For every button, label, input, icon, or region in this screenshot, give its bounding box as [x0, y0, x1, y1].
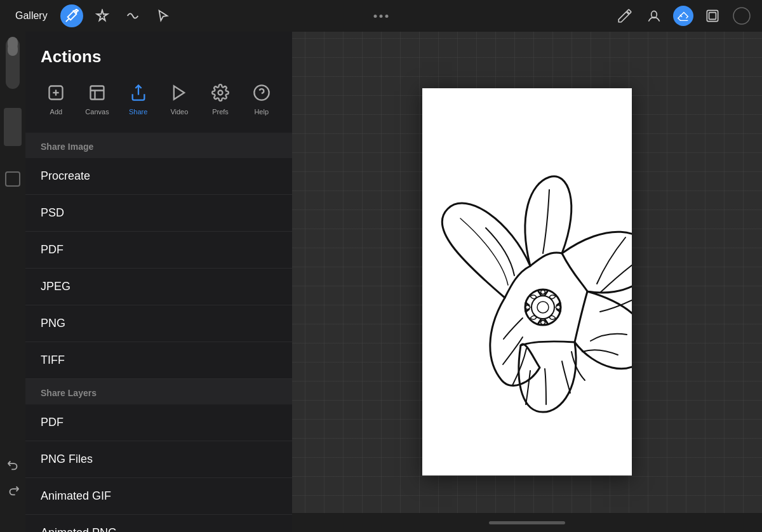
svg-rect-3 — [709, 13, 716, 20]
svg-marker-9 — [174, 86, 184, 100]
modifier-button[interactable] — [5, 171, 20, 187]
svg-point-4 — [733, 8, 750, 24]
select-icon[interactable] — [152, 4, 175, 27]
canvas-tab-label: Canvas — [85, 108, 109, 116]
action-tabs: Add Canvas Share — [25, 77, 292, 133]
share-pdf-image[interactable]: PDF — [25, 232, 292, 269]
sidebar-title: Actions — [25, 32, 292, 77]
smudge-tool-icon[interactable] — [644, 6, 664, 26]
layers-tool-icon[interactable] — [702, 6, 723, 26]
tab-help[interactable]: Help — [241, 77, 282, 123]
gallery-button[interactable]: Gallery — [10, 8, 53, 24]
svg-point-15 — [537, 302, 549, 313]
svg-line-16 — [526, 303, 529, 305]
toolbar-left: Gallery — [10, 4, 175, 27]
share-layers-pdf[interactable]: PDF — [25, 404, 292, 441]
share-animated-png[interactable]: Animated PNG — [25, 515, 292, 532]
share-animated-gif[interactable]: Animated GIF — [25, 478, 292, 515]
video-tab-icon — [170, 84, 188, 105]
share-image-header: Share Image — [25, 133, 292, 158]
svg-line-18 — [557, 303, 560, 305]
bottom-bar — [292, 513, 762, 532]
drawing-canvas[interactable] — [422, 88, 632, 475]
svg-line-19 — [557, 309, 560, 312]
add-tab-icon — [47, 84, 65, 105]
tab-prefs[interactable]: Prefs — [200, 77, 241, 123]
add-tab-label: Add — [50, 108, 63, 116]
left-panel — [0, 32, 25, 532]
share-tab-icon — [130, 84, 147, 105]
prefs-tab-icon — [211, 84, 229, 105]
canvas-tab-icon — [88, 84, 106, 105]
help-tab-label: Help — [254, 108, 269, 116]
transform-icon[interactable] — [121, 4, 144, 27]
svg-line-0 — [66, 18, 70, 22]
help-tab-icon — [253, 84, 271, 105]
toolbar-right — [615, 6, 752, 26]
share-layers-header: Share Layers — [25, 379, 292, 404]
tab-add[interactable]: Add — [36, 77, 77, 123]
share-png-files[interactable]: PNG Files — [25, 441, 292, 478]
top-toolbar: Gallery — [0, 0, 762, 32]
actions-panel: Actions Add Canvas — [25, 32, 292, 532]
svg-rect-8 — [91, 86, 104, 100]
svg-point-10 — [218, 91, 223, 95]
share-jpeg[interactable]: JPEG — [25, 269, 292, 305]
video-tab-label: Video — [170, 108, 188, 116]
undo-redo-group — [3, 455, 23, 500]
magic-wand-icon[interactable] — [60, 4, 83, 27]
toolbar-center-dots[interactable] — [374, 15, 389, 18]
svg-line-17 — [526, 309, 529, 312]
tab-video[interactable]: Video — [159, 77, 200, 123]
redo-button[interactable] — [3, 480, 23, 500]
color-picker-icon[interactable] — [732, 6, 752, 26]
brush-tool-icon[interactable] — [615, 6, 635, 26]
prefs-tab-label: Prefs — [212, 108, 229, 116]
svg-point-14 — [531, 296, 554, 319]
canvas-area[interactable] — [292, 32, 762, 532]
share-png[interactable]: PNG — [25, 305, 292, 342]
eraser-tool-icon[interactable] — [673, 6, 693, 26]
flower-drawing — [422, 171, 632, 437]
bottom-handle — [489, 521, 565, 524]
share-procreate[interactable]: Procreate — [25, 158, 292, 195]
tab-canvas[interactable]: Canvas — [77, 77, 118, 123]
undo-button[interactable] — [3, 455, 23, 475]
size-slider[interactable] — [4, 108, 22, 146]
share-psd[interactable]: PSD — [25, 195, 292, 232]
adjustments-icon[interactable] — [91, 4, 114, 27]
share-tab-label: Share — [129, 108, 147, 116]
share-tiff[interactable]: TIFF — [25, 342, 292, 379]
tab-share[interactable]: Share — [117, 77, 159, 123]
